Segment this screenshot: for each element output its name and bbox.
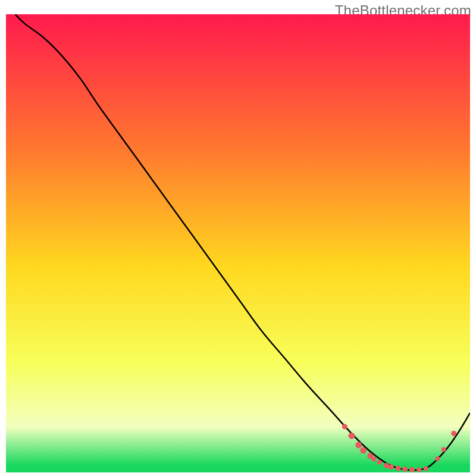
marker-dot (441, 447, 446, 452)
marker-dot (396, 466, 401, 471)
marker-dot (389, 464, 394, 469)
marker-dot (377, 460, 382, 465)
marker-dot (384, 463, 389, 468)
marker-dot (372, 457, 377, 462)
marker-dot (409, 467, 415, 472)
marker-dot (451, 431, 456, 436)
bottleneck-chart (6, 14, 470, 472)
marker-dot (342, 424, 347, 430)
marker-dot (402, 466, 408, 472)
marker-dot (360, 447, 367, 454)
marker-dot (416, 467, 421, 472)
marker-dot (435, 456, 440, 461)
gradient-background (6, 14, 470, 472)
chart-stage: TheBottlenecker.com (0, 0, 476, 476)
marker-dot (424, 466, 428, 471)
marker-dot (349, 433, 355, 439)
marker-dot (355, 441, 362, 448)
